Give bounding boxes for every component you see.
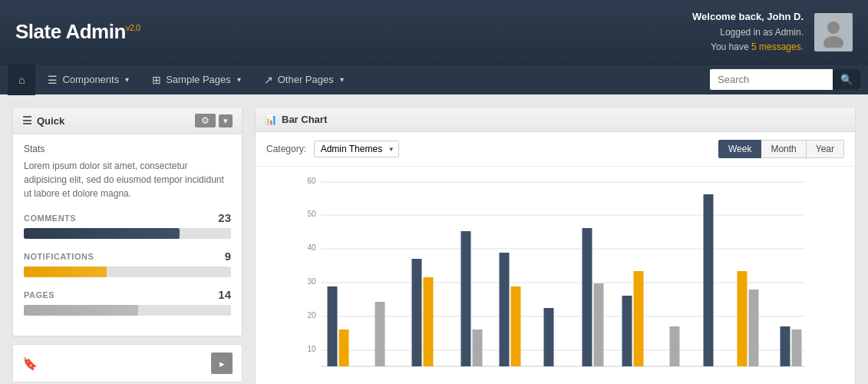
category-select-wrap: Admin Themes <box>314 141 399 157</box>
other-pages-icon: ↗ <box>264 74 273 86</box>
category-dropdown[interactable]: Admin Themes <box>314 141 399 157</box>
logged-in-text: Logged in as Admin. <box>692 25 804 40</box>
svg-point-1 <box>827 22 840 34</box>
bar-chart-icon: 📊 <box>265 114 277 125</box>
chart-header: 📊 Bar Chart <box>256 108 855 132</box>
notifications-label: NOTIFICATIONS <box>24 252 94 261</box>
quick-stats-header: ☰ Quick ⚙ ▾ <box>13 108 242 134</box>
category-label: Category: <box>266 144 306 154</box>
quick-stats-body: Stats Lorem ipsum dolor sit amet, consec… <box>13 134 242 336</box>
search-input[interactable] <box>710 70 833 89</box>
svg-text:10: 10 <box>308 345 317 353</box>
svg-rect-34 <box>781 326 790 366</box>
svg-rect-32 <box>738 271 748 366</box>
pages-progress-fill <box>24 305 138 316</box>
svg-rect-19 <box>412 259 422 366</box>
bar-chart-card: 📊 Bar Chart Category: Admin Themes Week … <box>255 107 856 384</box>
stats-subtitle: Stats <box>24 144 231 154</box>
comments-stat: COMMENTS 23 <box>24 211 231 239</box>
nav-items: ⌂ ☰ Components ▾ ⊞ Sample Pages ▾ ↗ Othe… <box>8 65 710 95</box>
components-icon: ☰ <box>48 74 58 86</box>
search-box: 🔍 <box>710 69 860 90</box>
nav-other-pages[interactable]: ↗ Other Pages ▾ <box>253 65 355 95</box>
pages-count: 14 <box>218 288 231 301</box>
gear-button[interactable]: ⚙ <box>195 114 216 127</box>
svg-rect-26 <box>583 228 592 366</box>
nav-components[interactable]: ☰ Components ▾ <box>37 65 140 95</box>
notifications-progress-bg <box>24 266 231 277</box>
stub-action-button[interactable]: ▸ <box>211 353 233 374</box>
svg-rect-17 <box>339 329 349 366</box>
svg-rect-23 <box>500 253 510 366</box>
svg-rect-20 <box>424 277 434 366</box>
chevron-down-icon: ▾ <box>340 75 344 84</box>
svg-rect-28 <box>622 296 632 366</box>
comments-label: COMMENTS <box>24 214 76 223</box>
list-icon: ☰ <box>22 114 32 127</box>
svg-rect-25 <box>544 308 554 366</box>
svg-text:40: 40 <box>308 243 317 252</box>
period-buttons: Week Month Year <box>718 140 844 158</box>
card-header-actions: ⚙ ▾ <box>195 114 233 127</box>
chart-toolbar: Category: Admin Themes Week Month Year <box>256 132 855 167</box>
bookmark-icon: 🔖 <box>22 356 38 371</box>
pages-label: PAGES <box>24 290 54 300</box>
stats-description: Lorem ipsum dolor sit amet, consectetur … <box>24 159 231 200</box>
messages-text: You have 5 messages. <box>692 40 804 55</box>
user-info: Welcome back, John D. Logged in as Admin… <box>692 9 804 55</box>
comments-progress-bg <box>24 228 231 239</box>
quick-stats-card: ☰ Quick ⚙ ▾ Stats Lorem ipsum dolor sit … <box>12 107 243 336</box>
chart-title: Bar Chart <box>282 114 327 125</box>
left-panel: ☰ Quick ⚙ ▾ Stats Lorem ipsum dolor sit … <box>12 107 243 384</box>
nav-sample-pages[interactable]: ⊞ Sample Pages ▾ <box>141 65 252 95</box>
avatar <box>814 13 853 51</box>
svg-rect-35 <box>792 329 802 366</box>
chevron-down-icon: ▾ <box>237 75 241 84</box>
notifications-progress-fill <box>24 266 107 277</box>
svg-text:30: 30 <box>308 277 317 286</box>
period-year-button[interactable]: Year <box>807 140 844 158</box>
period-month-button[interactable]: Month <box>761 140 806 158</box>
svg-rect-24 <box>511 286 521 366</box>
bookmark-card: 🔖 ▸ <box>12 344 243 382</box>
chart-area: 60 50 40 30 20 10 <box>256 167 855 384</box>
svg-rect-29 <box>634 271 644 366</box>
svg-rect-30 <box>670 326 680 366</box>
quick-stats-title: ☰ Quick <box>22 114 64 127</box>
header-right: Welcome back, John D. Logged in as Admin… <box>692 9 853 55</box>
search-button[interactable]: 🔍 <box>833 69 860 90</box>
nav-home[interactable]: ⌂ <box>8 65 35 95</box>
comments-progress-fill <box>24 228 180 239</box>
app-logo: Slate Adminv2.0 <box>15 20 140 44</box>
welcome-text: Welcome back, John D. <box>692 9 804 25</box>
svg-text:20: 20 <box>308 311 317 319</box>
period-week-button[interactable]: Week <box>718 140 761 158</box>
svg-rect-16 <box>328 286 338 366</box>
svg-rect-21 <box>461 231 471 366</box>
svg-rect-18 <box>375 302 385 366</box>
app-header: Slate Adminv2.0 Welcome back, John D. Lo… <box>0 0 868 64</box>
category-section: Category: Admin Themes <box>266 141 399 157</box>
avatar-image <box>818 17 849 48</box>
svg-text:50: 50 <box>308 210 317 218</box>
bar-chart-svg: 60 50 40 30 20 10 <box>256 174 847 374</box>
main-content: ☰ Quick ⚙ ▾ Stats Lorem ipsum dolor sit … <box>0 94 868 384</box>
sample-pages-icon: ⊞ <box>152 74 161 86</box>
svg-text:60: 60 <box>308 177 317 185</box>
chevron-down-icon: ▾ <box>125 75 129 84</box>
pages-stat: PAGES 14 <box>24 288 231 316</box>
svg-rect-22 <box>473 329 483 366</box>
home-icon: ⌂ <box>18 74 25 86</box>
notifications-count: 9 <box>225 250 231 263</box>
svg-rect-31 <box>704 194 714 366</box>
pages-progress-bg <box>24 305 231 316</box>
comments-count: 23 <box>218 211 231 224</box>
notifications-stat: NOTIFICATIONS 9 <box>24 250 231 277</box>
svg-rect-27 <box>594 283 604 366</box>
dropdown-button[interactable]: ▾ <box>219 114 233 127</box>
right-panel: 📊 Bar Chart Category: Admin Themes Week … <box>255 107 856 384</box>
svg-rect-33 <box>749 290 759 366</box>
navbar: ⌂ ☰ Components ▾ ⊞ Sample Pages ▾ ↗ Othe… <box>0 64 868 94</box>
